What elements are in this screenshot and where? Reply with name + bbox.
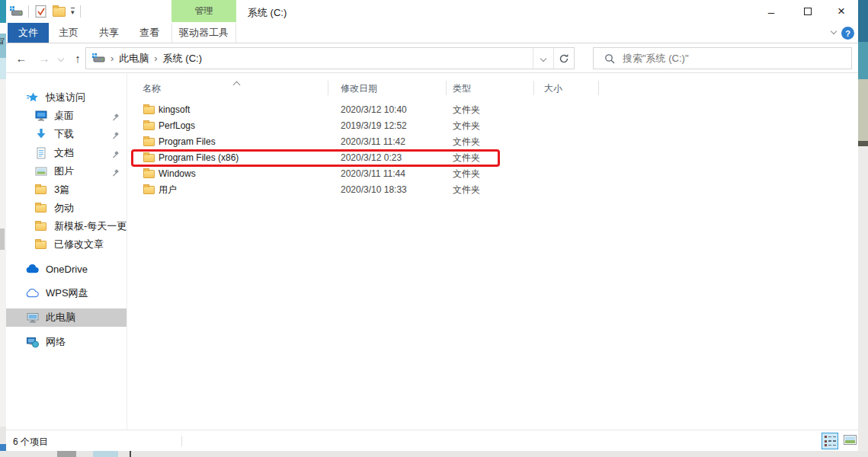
properties-check-icon[interactable] bbox=[34, 5, 47, 18]
tab-home[interactable]: 主页 bbox=[50, 23, 87, 43]
download-icon bbox=[34, 128, 47, 140]
window-title: 系统 (C:) bbox=[248, 6, 287, 20]
file-type: 文件夹 bbox=[453, 134, 480, 150]
file-type: 文件夹 bbox=[453, 182, 480, 198]
column-header-name[interactable]: 名称 bbox=[143, 82, 161, 95]
folder-icon bbox=[34, 184, 47, 196]
forward-button[interactable]: → bbox=[35, 43, 53, 73]
folder-icon bbox=[34, 220, 47, 232]
column-resize-handle[interactable] bbox=[598, 81, 599, 95]
navigation-pane: 快速访问 桌面 下载 文档 图片 3篇 勿动 bbox=[6, 73, 127, 430]
sidebar-item-desktop[interactable]: 桌面 bbox=[6, 107, 127, 125]
sidebar-item-label: 勿动 bbox=[54, 201, 74, 215]
tab-share[interactable]: 共享 bbox=[91, 23, 127, 43]
drive-icon bbox=[92, 53, 105, 65]
maximize-button[interactable] bbox=[794, 0, 822, 23]
this-pc-icon bbox=[26, 312, 39, 324]
wps-cloud-icon bbox=[26, 287, 39, 299]
column-header-size[interactable]: 大小 bbox=[544, 82, 562, 95]
sidebar-item-onedrive[interactable]: OneDrive bbox=[6, 260, 127, 278]
search-icon bbox=[603, 53, 616, 65]
search-bar[interactable] bbox=[593, 47, 852, 69]
sidebar-item-network[interactable]: 网络 bbox=[6, 333, 127, 351]
thumbnail-view-button[interactable] bbox=[841, 433, 858, 449]
sidebar-item-label: 桌面 bbox=[54, 109, 74, 123]
sidebar-item-folder[interactable]: 新模板-每天一更新. bbox=[6, 217, 127, 235]
tab-file[interactable]: 文件 bbox=[8, 23, 49, 43]
column-header-row: 名称 修改日期 类型 大小 bbox=[127, 79, 858, 96]
details-view-button[interactable] bbox=[822, 433, 838, 449]
folder-icon bbox=[143, 186, 155, 194]
sidebar-item-folder[interactable]: 已修改文章 bbox=[6, 235, 127, 254]
sidebar-item-folder[interactable]: 勿动 bbox=[6, 199, 127, 217]
column-resize-handle[interactable] bbox=[533, 81, 534, 95]
sidebar-item-wps-cloud[interactable]: WPS网盘 bbox=[6, 284, 127, 302]
explorer-window: ▾ 管理 系统 (C:) – × 文件 主页 共享 查看 驱动器工具 ? ← →… bbox=[6, 0, 858, 451]
file-name: Windows bbox=[159, 166, 196, 182]
sidebar-item-documents[interactable]: 文档 bbox=[6, 144, 127, 162]
table-row[interactable]: Windows 2020/3/11 11:44 文件夹 bbox=[127, 166, 614, 182]
ribbon-tab-row: 文件 主页 共享 查看 驱动器工具 ? bbox=[6, 23, 858, 43]
column-resize-handle[interactable] bbox=[446, 81, 447, 95]
sidebar-item-label: 图片 bbox=[54, 165, 74, 178]
new-folder-icon[interactable] bbox=[53, 5, 66, 18]
tab-drive-tools[interactable]: 驱动器工具 bbox=[171, 23, 236, 43]
table-row[interactable]: PerfLogs 2019/3/19 12:52 文件夹 bbox=[127, 118, 614, 134]
column-header-modified[interactable]: 修改日期 bbox=[341, 82, 377, 95]
file-name: PerfLogs bbox=[159, 118, 195, 134]
file-name: Program Files bbox=[159, 134, 216, 150]
red-highlight-box bbox=[131, 149, 500, 167]
thumbnail-view-icon bbox=[844, 434, 857, 448]
sidebar-item-label: 下载 bbox=[54, 127, 74, 141]
folder-icon bbox=[143, 122, 155, 130]
tab-view[interactable]: 查看 bbox=[131, 23, 168, 43]
sort-ascending-icon bbox=[233, 81, 241, 89]
breadcrumb-separator-icon: › bbox=[105, 53, 119, 64]
folder-icon bbox=[143, 138, 155, 146]
sidebar-item-downloads[interactable]: 下载 bbox=[6, 125, 127, 143]
sidebar-item-folder[interactable]: 3篇 bbox=[6, 181, 127, 199]
help-button[interactable]: ? bbox=[841, 27, 854, 40]
sidebar-item-label: 文档 bbox=[54, 146, 74, 160]
qat-customize-dropdown-icon[interactable]: ▾ bbox=[71, 8, 75, 16]
search-input[interactable] bbox=[623, 53, 851, 64]
desktop-right-sliver bbox=[858, 0, 868, 457]
back-button[interactable]: ← bbox=[12, 43, 30, 73]
pin-icon bbox=[112, 112, 120, 123]
quick-access-toolbar: ▾ bbox=[10, 3, 81, 20]
breadcrumb-current-drive[interactable]: 系统 (C:) bbox=[163, 52, 202, 66]
file-type: 文件夹 bbox=[453, 118, 480, 134]
pin-icon bbox=[112, 168, 120, 179]
file-modified: 2020/3/11 11:42 bbox=[341, 134, 405, 150]
quick-access-star-icon bbox=[26, 91, 39, 104]
column-resize-handle[interactable] bbox=[328, 81, 328, 95]
sidebar-item-label: 此电脑 bbox=[46, 311, 75, 324]
pin-icon bbox=[112, 149, 120, 161]
sidebar-item-this-pc[interactable]: 此电脑 bbox=[6, 308, 127, 327]
sidebar-item-label: 网络 bbox=[46, 335, 66, 349]
sidebar-item-label: 已修改文章 bbox=[54, 238, 104, 251]
history-dropdown-icon[interactable] bbox=[55, 43, 67, 73]
title-bar: ▾ 管理 系统 (C:) – × bbox=[6, 0, 858, 23]
address-bar[interactable]: › 此电脑 › 系统 (C:) bbox=[85, 47, 575, 69]
table-row[interactable]: kingsoft 2020/3/12 10:40 文件夹 bbox=[127, 102, 614, 118]
folder-icon bbox=[143, 106, 155, 114]
table-row[interactable]: 用户 2020/3/10 18:33 文件夹 bbox=[127, 182, 614, 198]
column-header-type[interactable]: 类型 bbox=[453, 82, 471, 95]
file-type: 文件夹 bbox=[453, 102, 480, 118]
contextual-tab-group-manage[interactable]: 管理 bbox=[171, 0, 236, 22]
sidebar-item-label: 3篇 bbox=[54, 183, 69, 197]
address-dropdown-icon[interactable] bbox=[533, 48, 553, 69]
sidebar-item-label: WPS网盘 bbox=[46, 286, 88, 300]
table-row[interactable]: Program Files 2020/3/11 11:42 文件夹 bbox=[127, 134, 614, 150]
pin-icon bbox=[112, 130, 120, 142]
minimize-button[interactable]: – bbox=[757, 0, 785, 23]
breadcrumb-this-pc[interactable]: 此电脑 bbox=[119, 52, 149, 66]
refresh-button[interactable] bbox=[553, 48, 574, 69]
desktop-left-sliver: 审 bbox=[0, 0, 6, 457]
close-button[interactable]: × bbox=[828, 0, 855, 23]
up-button[interactable]: ↑ bbox=[69, 43, 87, 73]
sidebar-item-pictures[interactable]: 图片 bbox=[6, 162, 127, 181]
ribbon-collapse-chevron-icon[interactable] bbox=[831, 28, 837, 34]
sidebar-item-quick-access[interactable]: 快速访问 bbox=[6, 88, 127, 107]
